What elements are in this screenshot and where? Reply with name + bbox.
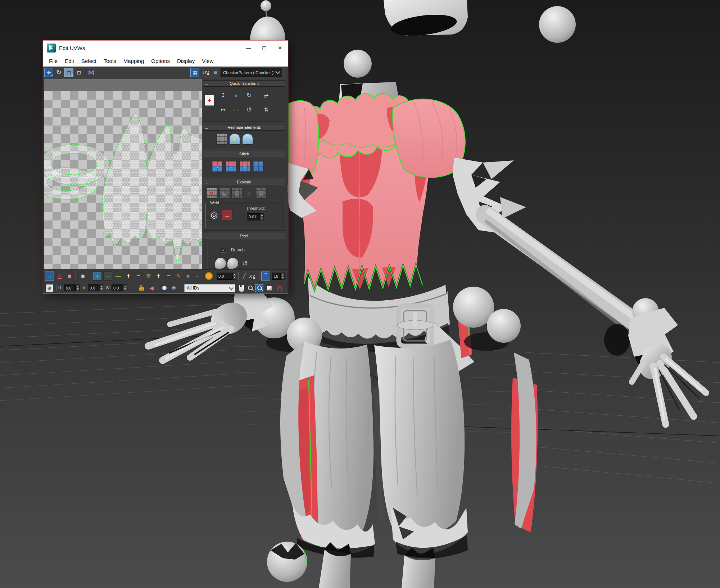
uv-island-sleeve[interactable]: [102, 113, 148, 247]
detach-checkbox[interactable]: ✓: [221, 247, 226, 252]
relax-until-flat-button[interactable]: ⚡: [229, 134, 240, 145]
v-spinner[interactable]: [99, 284, 103, 291]
rotate-ccw-button[interactable]: ↺: [244, 104, 254, 115]
ring-shrink-button[interactable]: −: [164, 272, 173, 281]
stitch-to-target-button[interactable]: ↓: [226, 161, 236, 172]
flatten-by-smoothing-button[interactable]: ▦: [231, 188, 242, 199]
minimize-button[interactable]: —: [240, 41, 256, 55]
flatten-custom-button[interactable]: ▦: [256, 188, 267, 199]
u-spinner[interactable]: [76, 284, 80, 291]
threshold-spinner[interactable]: [260, 213, 264, 220]
space-horizontal-button[interactable]: ⇄: [261, 91, 272, 101]
menu-view[interactable]: View: [198, 58, 217, 64]
pan-button[interactable]: [237, 284, 245, 292]
lock-selection-button[interactable]: [137, 284, 145, 292]
freeform-mode-button[interactable]: ⊡: [74, 68, 83, 77]
soft-selection-limit-field[interactable]: 16: [272, 273, 281, 280]
uv-island-collar[interactable]: [44, 145, 109, 185]
target-weld-button[interactable]: ◎: [209, 210, 219, 220]
paint-brush-smaller-button[interactable]: ●: [193, 272, 202, 281]
reshape-elements-header[interactable]: _ Reshape Elements: [203, 124, 285, 131]
pivot-button[interactable]: ✚: [205, 95, 214, 106]
scale-tool-button[interactable]: ▢: [64, 68, 73, 77]
falloff-space-button[interactable]: [204, 272, 213, 281]
stitch-header[interactable]: _ Stitch: [203, 151, 285, 157]
stitch-to-source-button[interactable]: ↑: [239, 161, 250, 172]
relax-button[interactable]: [242, 134, 253, 145]
maximize-button[interactable]: ▢: [256, 41, 272, 55]
ring-grow-button[interactable]: +: [154, 272, 163, 281]
freeze-selected-button[interactable]: ❄: [170, 284, 178, 292]
threshold-field[interactable]: 0.01: [247, 213, 260, 220]
align-vertical-button[interactable]: ↧: [218, 90, 228, 101]
snap-toggle-button[interactable]: [276, 284, 284, 292]
falloff-value-field[interactable]: 0.0: [217, 273, 232, 280]
rotate-cw-button[interactable]: ↻: [244, 90, 254, 101]
move-tool-button[interactable]: ✚: [44, 68, 53, 77]
absolute-offset-toggle[interactable]: ⊕: [45, 284, 53, 292]
explode-header[interactable]: _ Explode: [203, 179, 285, 185]
edit-uvws-window[interactable]: Edit UVWs — ▢ ✕ File Edit Select Tools M…: [43, 40, 288, 293]
select-ring-button[interactable]: ≣: [144, 272, 153, 281]
menu-mapping[interactable]: Mapping: [120, 58, 148, 64]
paint-select-button[interactable]: ✎: [174, 272, 183, 281]
loop-shrink-button[interactable]: −: [134, 272, 143, 281]
stitch-selected-button[interactable]: [253, 161, 264, 172]
uv-island-bodice[interactable]: [147, 126, 202, 266]
options-dialog-button[interactable]: ≡: [211, 68, 220, 77]
flatten-by-angle-button[interactable]: ◣: [219, 188, 230, 199]
menu-select[interactable]: Select: [78, 58, 100, 64]
material-id-dropdown[interactable]: All IDs: [184, 284, 235, 292]
edge-mode-button[interactable]: △: [55, 272, 64, 281]
flatten-by-material-button[interactable]: ●: [244, 188, 254, 199]
mirror-tool-button[interactable]: ⋈: [87, 68, 96, 77]
zoom-region-button[interactable]: [255, 284, 263, 292]
menu-display[interactable]: Display: [173, 58, 198, 64]
w-spinner[interactable]: [123, 284, 127, 291]
soft-selection-spinner[interactable]: [281, 273, 285, 280]
collapse-icon[interactable]: _: [205, 81, 208, 85]
menu-tools[interactable]: Tools: [100, 58, 120, 64]
collapse-icon[interactable]: _: [205, 179, 208, 183]
uv-canvas[interactable]: [44, 79, 202, 269]
element-mode-button[interactable]: ■: [78, 272, 87, 281]
paint-brush-larger-button[interactable]: ●: [184, 272, 193, 281]
collapse-icon[interactable]: _: [205, 233, 208, 237]
u-field[interactable]: 0.0: [64, 284, 76, 291]
zoom-button[interactable]: [246, 284, 254, 292]
select-loop-button[interactable]: ▬▬: [114, 272, 123, 281]
soft-selection-button[interactable]: ⌒: [261, 272, 270, 281]
align-element-button[interactable]: ▱: [231, 104, 241, 115]
polygon-mode-button[interactable]: ■: [65, 272, 74, 281]
grow-selection-button[interactable]: +: [93, 272, 102, 281]
texture-dropdown[interactable]: CheckerPattern ( Checker ): [221, 68, 282, 77]
title-bar[interactable]: Edit UVWs — ▢ ✕: [43, 41, 288, 55]
align-to-edge-button[interactable]: ×: [231, 90, 241, 101]
panel-scroll-grip[interactable]: [286, 79, 288, 269]
menu-file[interactable]: File: [45, 58, 61, 64]
peel-mode-button[interactable]: [227, 258, 238, 269]
shrink-selection-button[interactable]: −: [103, 272, 112, 281]
uv-islands[interactable]: [44, 79, 202, 269]
straighten-selection-button[interactable]: [216, 134, 227, 145]
weld-selected-button[interactable]: ↔: [222, 210, 232, 220]
hide-selected-button[interactable]: ◀: [148, 284, 155, 292]
stitch-custom-button[interactable]: ↓: [212, 161, 223, 172]
collapse-icon[interactable]: _: [205, 151, 208, 155]
reset-peel-button[interactable]: ↺: [240, 258, 250, 269]
straighten-button[interactable]: ╱: [240, 272, 249, 281]
break-button[interactable]: V: [206, 188, 217, 199]
peel-header[interactable]: _ Peel: [203, 233, 285, 239]
close-button[interactable]: ✕: [272, 41, 288, 55]
v-field[interactable]: 0.0: [88, 284, 99, 291]
space-vertical-button[interactable]: ⇅: [261, 104, 272, 115]
vertex-mode-button[interactable]: ∴: [45, 272, 54, 281]
menu-options[interactable]: Options: [148, 58, 173, 64]
filter-selected-faces-button[interactable]: [160, 284, 168, 292]
quick-peel-button[interactable]: [215, 258, 226, 269]
show-map-button[interactable]: ▦: [190, 68, 199, 77]
quick-transform-header[interactable]: _ Quick Transform: [203, 81, 285, 87]
menu-edit[interactable]: Edit: [61, 58, 78, 64]
collapse-icon[interactable]: _: [205, 124, 208, 129]
w-field[interactable]: 0.0: [112, 284, 123, 291]
